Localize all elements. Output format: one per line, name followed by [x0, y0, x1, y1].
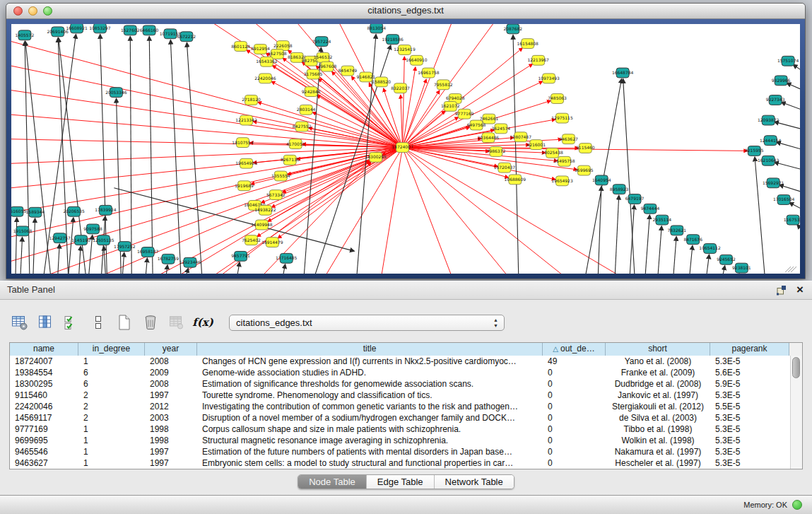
function-builder-icon[interactable]: f(x) [194, 314, 211, 331]
graph-node[interactable]: 9245652 [717, 255, 736, 264]
graph-node[interactable]: 19654908 [235, 158, 257, 168]
graph-node[interactable]: 7485063 [548, 94, 567, 104]
graph-node[interactable]: 16210643 [758, 156, 779, 165]
graph-node[interactable]: 20053346 [105, 88, 127, 98]
graph-node[interactable]: 1167533 [784, 215, 800, 225]
graph-node[interactable]: 18107554 [232, 138, 254, 148]
graph-node[interactable]: 9097588 [83, 224, 102, 234]
float-panel-icon[interactable] [776, 285, 787, 296]
show-columns-icon[interactable] [37, 314, 54, 331]
graph-node[interactable]: 16961758 [418, 68, 440, 78]
canvas-resize-grip[interactable] [785, 267, 796, 272]
graph-node[interactable]: 6479197 [625, 194, 645, 204]
table-row[interactable]: 1938455462009Genome-wide association stu… [10, 367, 791, 378]
graph-node[interactable]: 15751074 [777, 56, 799, 66]
table-row[interactable]: 1830029562008Estimation of significance … [10, 378, 791, 390]
graph-node[interactable]: 4170051 [286, 139, 305, 149]
graph-node[interactable]: 1588520 [372, 77, 391, 87]
graph-node[interactable]: 12923446 [180, 257, 201, 267]
close-window-button[interactable] [13, 6, 23, 16]
graph-node[interactable]: 19654923 [551, 176, 573, 186]
graph-node[interactable]: 12213967 [527, 55, 549, 65]
tab-network-table[interactable]: Network Table [435, 475, 514, 489]
graph-node[interactable]: 9115460 [576, 144, 595, 153]
tab-edge-table[interactable]: Edge Table [367, 475, 435, 489]
graph-node[interactable]: 15720437 [494, 163, 516, 173]
graph-node[interactable]: 2935114 [653, 215, 672, 225]
column-header-out_degree[interactable]: △out_de… [543, 343, 606, 356]
graph-node[interactable]: 1527602 [121, 25, 140, 35]
graph-node[interactable]: 16154808 [517, 39, 539, 49]
table-row[interactable]: 946554611997Estimation of the future num… [10, 446, 791, 457]
graph-node[interactable]: 9474444 [641, 204, 660, 214]
table-row[interactable]: 911546021997Tourette syndrome. Phenomeno… [10, 390, 791, 401]
graph-node[interactable]: 8912954 [251, 45, 270, 54]
table-row[interactable]: 946362711997Embryonic stem cells: a mode… [10, 457, 791, 469]
graph-node[interactable]: 16495758 [553, 156, 575, 166]
graph-node[interactable]: 16640910 [406, 55, 428, 65]
graph-node[interactable]: 8322037 [391, 83, 410, 93]
graph-node[interactable]: 1915068 [13, 226, 33, 236]
graph-node[interactable]: 7832621 [667, 226, 686, 235]
graph-node[interactable]: 17016504 [773, 195, 795, 205]
graph-node[interactable]: 7955812 [434, 80, 453, 90]
import-table-icon[interactable] [168, 314, 185, 331]
graph-node[interactable]: 12325419 [394, 45, 416, 55]
graph-node[interactable]: 8601128 [231, 42, 250, 52]
table-row[interactable]: 1456911722003Disruption of a novel membe… [10, 412, 791, 424]
graph-node[interactable]: 14938222 [254, 205, 276, 215]
graph-node[interactable]: 2516055 [11, 206, 26, 216]
graph-node[interactable]: 1589344 [26, 207, 45, 217]
graph-node[interactable]: 9699695 [575, 165, 594, 175]
graph-node[interactable]: 6466160 [140, 25, 159, 35]
graph-node[interactable]: 7986372 [487, 147, 506, 157]
graph-node[interactable]: 2087682 [504, 24, 523, 34]
column-header-name[interactable]: name [10, 343, 78, 356]
graph-node[interactable]: 9227343 [766, 95, 785, 105]
graph-node[interactable]: 8267130 [281, 155, 300, 165]
graph-node[interactable]: 16543362 [256, 57, 278, 66]
graph-node[interactable]: 12444154 [760, 136, 782, 146]
graph-node[interactable]: 10807487 [510, 132, 532, 142]
column-settings-icon[interactable] [11, 314, 28, 331]
graph-node[interactable]: 16608921 [66, 24, 88, 33]
table-row[interactable]: 1872400712008Changes of HCN gene express… [10, 356, 791, 367]
graph-node[interactable]: 7625402 [242, 235, 261, 245]
minimize-window-button[interactable] [28, 6, 37, 16]
select-rows-icon[interactable] [64, 314, 81, 331]
network-graph[interactable]: 8601128891295422260581627508165433628186… [11, 24, 800, 274]
graph-node[interactable]: 1405572 [16, 30, 35, 40]
graph-node[interactable]: 6672212 [177, 32, 196, 42]
graph-node[interactable]: 10688609 [505, 175, 526, 185]
graph-node[interactable]: 9777169 [455, 109, 474, 119]
graph-node[interactable]: 9463627 [559, 134, 578, 144]
tab-node-table[interactable]: Node Table [298, 475, 367, 489]
column-header-in_degree[interactable]: in_degree [78, 343, 145, 356]
table-row[interactable]: 969969511998Structural magnetic resonanc… [10, 435, 791, 446]
graph-node[interactable]: 10654112 [699, 244, 721, 254]
table-vertical-scrollbar[interactable] [790, 356, 802, 469]
graph-node[interactable]: 20364486 [478, 133, 500, 143]
graph-node[interactable]: 10853297 [89, 24, 111, 33]
graph-node[interactable]: 8958923 [610, 185, 629, 194]
graph-node[interactable]: 13716485 [276, 253, 298, 263]
graph-node[interactable]: 15692971 [763, 178, 784, 188]
column-header-short[interactable]: short [606, 343, 710, 356]
delete-column-icon[interactable] [142, 314, 159, 331]
table-selector-dropdown[interactable]: citations_edges.txt ▲ ▼ [229, 315, 505, 331]
graph-node[interactable]: 20206535 [63, 206, 85, 216]
column-header-year[interactable]: year [145, 343, 197, 356]
graph-node[interactable]: 11409948 [251, 220, 273, 230]
graph-node[interactable]: 19218586 [382, 35, 404, 45]
table-row[interactable]: 2242004622012Investigating the contribut… [10, 401, 791, 412]
graph-node[interactable]: 12505135 [93, 235, 114, 245]
graph-node[interactable]: 12093872 [758, 115, 779, 125]
graph-node[interactable]: 8813054 [367, 24, 386, 33]
graph-node[interactable]: 9329966 [772, 76, 791, 86]
graph-node[interactable]: 22420046 [254, 74, 276, 83]
graph-node[interactable]: 2718120 [242, 95, 261, 105]
table-row[interactable]: 977716911998Corpus callosum shape and si… [10, 424, 791, 435]
column-header-title[interactable]: title [197, 343, 543, 356]
column-header-pagerank[interactable]: pagerank [710, 343, 789, 356]
graph-node[interactable]: 8215955 [745, 146, 764, 156]
